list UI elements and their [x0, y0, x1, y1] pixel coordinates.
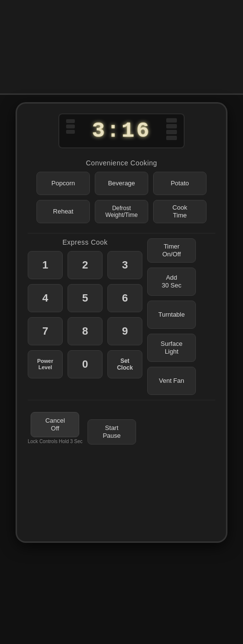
add30-button[interactable]: Add30 Sec: [147, 268, 196, 296]
bottom-row: CancelOff Lock Controls Hold 3 Sec Start…: [28, 412, 136, 445]
start-pause-button[interactable]: StartPause: [87, 419, 136, 445]
top-vent: [0, 0, 243, 95]
convenience-section: Convenience Cooking Popcorn Beverage Pot…: [28, 159, 215, 228]
num6-button[interactable]: 6: [107, 284, 142, 312]
num0-button[interactable]: 0: [68, 350, 103, 378]
numpad-row-2: 4 5 6: [28, 284, 142, 312]
numpad-row-1: 1 2 3: [28, 251, 142, 279]
surface-light-button[interactable]: SurfaceLight: [147, 334, 196, 362]
display: 3:16: [58, 113, 185, 148]
express-label: Express Cook: [62, 238, 107, 246]
num2-button[interactable]: 2: [68, 251, 103, 279]
divider-2: [28, 400, 215, 400]
num5-button[interactable]: 5: [68, 284, 103, 312]
turntable-button[interactable]: Turntable: [147, 301, 196, 329]
cancel-group: CancelOff Lock Controls Hold 3 Sec: [28, 412, 83, 445]
cook-time-button[interactable]: CookTime: [153, 200, 207, 223]
num8-button[interactable]: 8: [68, 317, 103, 345]
vent-fan-button[interactable]: Vent Fan: [147, 367, 196, 395]
numpad-row-4: PowerLevel 0 SetClock: [28, 350, 142, 378]
potato-button[interactable]: Potato: [153, 172, 207, 195]
convenience-row-1: Popcorn Beverage Potato: [28, 172, 215, 195]
bottom-area: CancelOff Lock Controls Hold 3 Sec Start…: [28, 412, 215, 445]
timer-button[interactable]: TimerOn/Off: [147, 238, 196, 263]
set-clock-button[interactable]: SetClock: [107, 350, 142, 378]
display-right-icons: [166, 118, 177, 140]
numpad-grid: 1 2 3 4 5 6 7 8 9 PowerLev: [28, 251, 142, 378]
num3-button[interactable]: 3: [107, 251, 142, 279]
beverage-button[interactable]: Beverage: [95, 172, 148, 195]
convenience-row-2: Reheat DefrostWeight/Time CookTime: [28, 200, 215, 223]
numpad-row-3: 7 8 9: [28, 317, 142, 345]
popcorn-button[interactable]: Popcorn: [36, 172, 90, 195]
defrost-button[interactable]: DefrostWeight/Time: [95, 200, 148, 223]
express-section: Express Cook 1 2 3 4 5 6 7 8: [28, 238, 215, 395]
display-time: 3:16: [92, 119, 151, 143]
power-level-button[interactable]: PowerLevel: [28, 350, 63, 378]
right-col: TimerOn/Off Add30 Sec Turntable SurfaceL…: [147, 238, 196, 395]
num4-button[interactable]: 4: [28, 284, 63, 312]
display-left-icons: [66, 119, 75, 134]
convenience-label: Convenience Cooking: [86, 159, 157, 167]
cancel-off-button[interactable]: CancelOff: [31, 412, 79, 437]
microwave-outer: 3:16 Convenience Cooking Popcorn Beverag…: [0, 0, 243, 644]
lock-note: Lock Controls Hold 3 Sec: [28, 438, 83, 445]
reheat-button[interactable]: Reheat: [36, 200, 90, 223]
num9-button[interactable]: 9: [107, 317, 142, 345]
control-panel: 3:16 Convenience Cooking Popcorn Beverag…: [17, 104, 226, 541]
num7-button[interactable]: 7: [28, 317, 63, 345]
num1-button[interactable]: 1: [28, 251, 63, 279]
divider-1: [28, 233, 215, 233]
express-left: Express Cook 1 2 3 4 5 6 7 8: [28, 238, 142, 378]
